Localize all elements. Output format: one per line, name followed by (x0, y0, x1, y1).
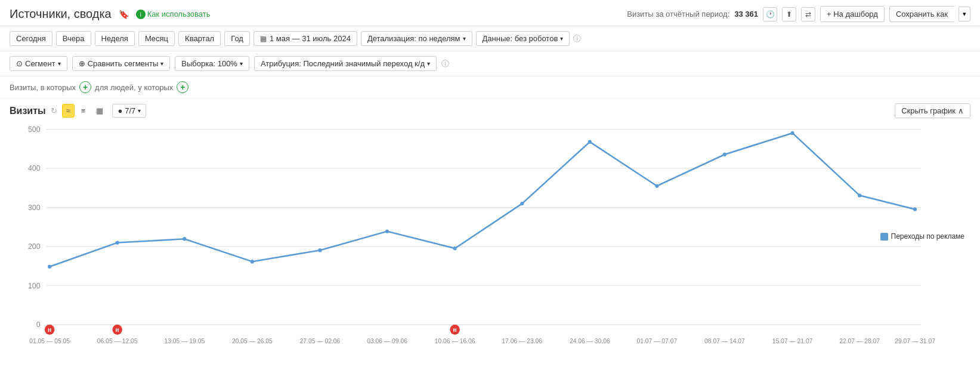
svg-text:400: 400 (28, 164, 41, 173)
svg-point-19 (520, 202, 524, 205)
svg-text:08.07 — 14.07: 08.07 — 14.07 (704, 338, 745, 344)
bookmark-icon[interactable]: 🔖 (116, 8, 131, 20)
svg-point-24 (858, 193, 861, 197)
visits-filter-text: Визиты, в которых (10, 83, 76, 92)
period-week-button[interactable]: Неделя (95, 31, 135, 46)
svg-point-17 (385, 229, 389, 233)
chart-title: Визиты (10, 106, 46, 116)
hide-chart-label: Скрыть график (901, 106, 956, 115)
svg-point-12 (48, 265, 51, 269)
svg-point-16 (318, 248, 321, 252)
data-label: Данные: без роботов (483, 34, 558, 43)
data-chevron-icon: ▾ (560, 35, 563, 42)
compare-icon[interactable]: ⇄ (801, 7, 815, 21)
svg-text:100: 100 (28, 281, 41, 290)
chart-legend: Переходы по рекламе (880, 232, 964, 241)
svg-text:0: 0 (36, 321, 41, 329)
refresh-icon[interactable]: ↻ (51, 106, 57, 115)
compare-icon: ⊕ (79, 59, 85, 68)
svg-text:03.06 — 09.06: 03.06 — 09.06 (367, 338, 407, 344)
visits-label: Визиты за отчётный период: (627, 10, 729, 19)
compare-label: Сравнить сегменты (88, 59, 159, 68)
chart-smooth-button[interactable]: ≡ (77, 104, 90, 118)
chart-section: Визиты ↻ ≈ ≡ ▦ ● 7/7 ▾ Скрыть график ∧ (0, 98, 980, 355)
period-year-button[interactable]: Год (224, 31, 250, 46)
svg-point-15 (251, 260, 254, 263)
data-info-icon[interactable]: ⓘ (573, 33, 581, 44)
sample-chevron-icon: ▾ (240, 60, 243, 67)
header-right: Визиты за отчётный период: 33 361 🕐 ⬆ ⇄ … (627, 6, 970, 22)
svg-text:500: 500 (28, 125, 41, 134)
svg-text:01.05 — 05.05: 01.05 — 05.05 (29, 338, 70, 344)
detail-label: Детализация: по неделям (367, 34, 460, 43)
svg-point-20 (588, 140, 592, 144)
attribution-button[interactable]: Атрибуция: Последний значимый переход к/… (254, 56, 437, 71)
segment-button[interactable]: ⊙ Сегмент ▾ (10, 56, 67, 71)
period-yesterday-button[interactable]: Вчера (56, 31, 91, 46)
data-button[interactable]: Данные: без роботов ▾ (476, 31, 570, 46)
svg-text:300: 300 (28, 204, 41, 212)
export-icon[interactable]: ⬆ (782, 7, 796, 21)
svg-text:29.07 — 31.07: 29.07 — 31.07 (895, 338, 935, 344)
period-today-button[interactable]: Сегодня (10, 31, 52, 46)
svg-point-21 (655, 184, 659, 187)
save-as-button[interactable]: Сохранить как (889, 6, 954, 22)
filter-bar: Визиты, в которых + для людей, у которых… (0, 76, 980, 98)
attr-label: Атрибуция: Последний значимый переход к/… (261, 59, 425, 68)
svg-text:10.06 — 16.06: 10.06 — 16.06 (435, 338, 475, 344)
chart-line-button[interactable]: ≈ (62, 104, 75, 118)
detail-chevron-icon: ▾ (463, 35, 466, 42)
svg-text:13.05 — 19.05: 13.05 — 19.05 (164, 338, 205, 344)
segment-chevron-icon: ▾ (58, 60, 61, 67)
svg-text:01.07 — 07.07: 01.07 — 07.07 (636, 338, 677, 344)
calendar-icon: ▦ (260, 35, 267, 43)
segment-icon: ⊙ (16, 59, 23, 68)
period-month-button[interactable]: Месяц (138, 31, 175, 46)
chart-header: Визиты ↻ ≈ ≡ ▦ ● 7/7 ▾ Скрыть график ∧ (10, 103, 970, 118)
date-range-label: 1 мая — 31 июль 2024 (270, 34, 351, 43)
date-range-button[interactable]: ▦ 1 мая — 31 июль 2024 (253, 31, 357, 46)
svg-text:17.06 — 23.06: 17.06 — 23.06 (502, 338, 542, 344)
dashboard-button[interactable]: + На дашборд (820, 6, 885, 22)
count-label: 7/7 (125, 106, 135, 115)
svg-text:20.05 — 26.05: 20.05 — 26.05 (232, 338, 273, 344)
people-filter-text: для людей, у которых (95, 83, 173, 92)
chart-bar-button[interactable]: ▦ (92, 104, 107, 118)
detail-button[interactable]: Детализация: по неделям ▾ (361, 31, 472, 46)
hide-chart-button[interactable]: Скрыть график ∧ (895, 103, 970, 118)
save-as-arrow-button[interactable]: ▾ (959, 7, 970, 21)
legend-item-ad: Переходы по рекламе (880, 232, 964, 241)
svg-text:27.05 — 02.06: 27.05 — 02.06 (300, 338, 341, 344)
chart-controls: ≈ ≡ ▦ (62, 104, 108, 118)
compare-button[interactable]: ⊕ Сравнить сегменты ▾ (72, 56, 171, 71)
svg-point-25 (913, 207, 917, 211)
svg-text:н: н (48, 327, 51, 333)
svg-text:15.07 — 21.07: 15.07 — 21.07 (772, 338, 813, 344)
toolbar: Сегодня Вчера Неделя Месяц Квартал Год ▦… (0, 26, 980, 51)
count-button[interactable]: ● 7/7 ▾ (112, 104, 146, 118)
period-quarter-button[interactable]: Квартал (178, 31, 221, 46)
chart-title-area: Визиты ↻ ≈ ≡ ▦ ● 7/7 ▾ (10, 104, 146, 118)
legend-checkbox-ad (880, 233, 888, 241)
add-visits-filter-button[interactable]: + (79, 81, 91, 93)
chart-svg: 500 400 300 200 100 0 01.05 (10, 123, 970, 350)
svg-text:н: н (453, 327, 457, 333)
svg-text:200: 200 (28, 242, 41, 251)
attr-chevron-icon: ▾ (427, 60, 430, 67)
header: Источники, сводка 🔖 i Как использовать В… (0, 0, 980, 26)
visits-value: 33 361 (734, 10, 758, 19)
count-icon: ● (118, 106, 122, 115)
svg-point-14 (183, 237, 186, 241)
how-to-link[interactable]: i Как использовать (136, 10, 211, 19)
compare-chevron-icon: ▾ (160, 60, 163, 67)
svg-point-23 (790, 131, 794, 135)
sample-button[interactable]: Выборка: 100% ▾ (175, 56, 249, 71)
add-people-filter-button[interactable]: + (177, 81, 188, 93)
attr-info-icon[interactable]: ⓘ (441, 59, 449, 69)
svg-point-13 (116, 241, 119, 244)
how-to-label: Как использовать (147, 10, 211, 19)
svg-text:н: н (116, 327, 119, 333)
sample-label: Выборка: 100% (181, 59, 237, 68)
svg-text:06.05 — 12.05: 06.05 — 12.05 (97, 338, 138, 344)
clock-icon[interactable]: 🕐 (763, 7, 777, 21)
